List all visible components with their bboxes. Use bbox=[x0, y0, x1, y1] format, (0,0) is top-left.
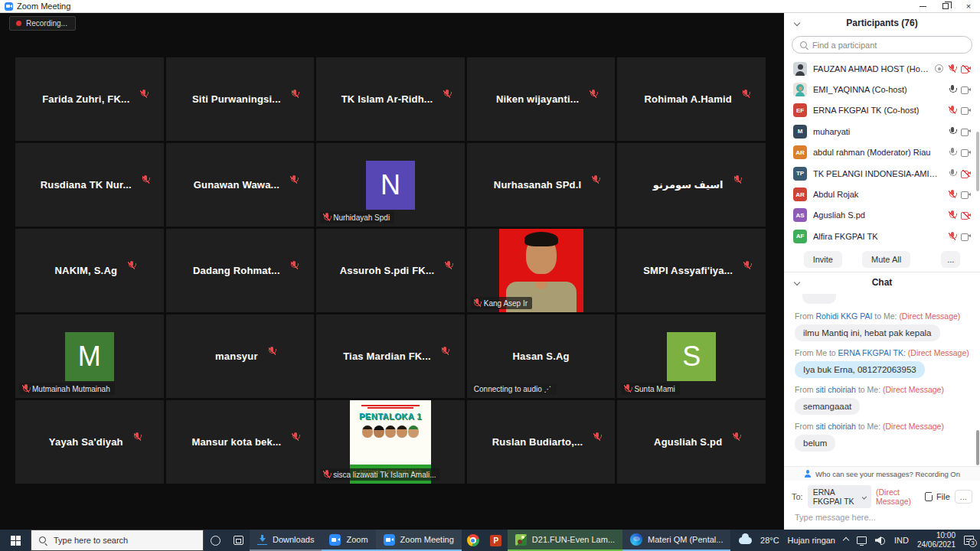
muted-mic-icon bbox=[593, 432, 600, 442]
video-tile[interactable]: SMPI Assyafi'iya... bbox=[617, 229, 766, 312]
video-tile[interactable]: N Nurhidayah Spdi bbox=[316, 143, 465, 227]
avatar-photo bbox=[798, 64, 803, 70]
recipient-dropdown[interactable]: ERNA FKGPAI TK bbox=[808, 485, 871, 508]
participant-name: Niken wijayanti... bbox=[492, 93, 583, 105]
msg-sender-link[interactable]: siti choiriah bbox=[815, 422, 856, 431]
participant-row[interactable]: AF Alfira FKGPAI TK bbox=[784, 226, 980, 246]
muted-mic-icon bbox=[743, 90, 750, 99]
video-tile[interactable]: Gunawan Wawa... bbox=[166, 143, 315, 227]
participant-name: muharyati bbox=[813, 127, 942, 136]
msg-sender-link[interactable]: ERNA FKGPAI TK: bbox=[838, 348, 906, 357]
avatar: AR bbox=[793, 145, 807, 159]
video-tile[interactable]: Rohimah A.Hamid bbox=[617, 57, 766, 141]
video-tile[interactable]: PENTALOKA 1 ARTIKEL, REPORTASE sisca liz… bbox=[316, 400, 465, 484]
input-language[interactable]: IND bbox=[894, 536, 909, 545]
recording-indicator[interactable]: Recording... bbox=[9, 16, 76, 31]
video-tile[interactable]: Agusliah S.pd bbox=[617, 400, 766, 484]
participant-row[interactable]: EF ERNA FKGPAI TK (Co-host) bbox=[784, 100, 980, 121]
camera-icon bbox=[961, 149, 971, 156]
participant-row[interactable]: EMI_YAQINNA (Co-host) bbox=[784, 79, 980, 99]
video-tile[interactable]: NAKIM, S.Ag bbox=[15, 229, 164, 312]
file-button[interactable]: File bbox=[925, 492, 950, 501]
speaker-icon[interactable] bbox=[875, 536, 886, 545]
participants-header: Participants (76) bbox=[784, 13, 980, 33]
chat-messages[interactable]: From Rohidi KKG PAI to Me: (Direct Messa… bbox=[784, 292, 980, 466]
task-view-button[interactable] bbox=[227, 530, 250, 551]
taskbar-search-input[interactable]: Type here to search bbox=[31, 530, 204, 551]
participant-name: Assuroh S.pdi FK... bbox=[335, 265, 439, 276]
participant-name: ERNA FKGPAI TK (Co-host) bbox=[813, 106, 942, 115]
participant-name: Yayah Sa'diyah bbox=[44, 436, 128, 448]
mic-icon bbox=[949, 169, 956, 178]
cortana-button[interactable] bbox=[204, 530, 227, 551]
participant-name: Alfira FKGPAI TK bbox=[813, 232, 942, 241]
chat-input[interactable]: Type message here... bbox=[784, 511, 980, 530]
avatar-initials: AR bbox=[795, 191, 805, 198]
taskbar-app-zoom-meeting[interactable]: Zoom Meeting bbox=[376, 530, 462, 551]
video-tile[interactable]: Yayah Sa'diyah bbox=[15, 400, 164, 484]
video-tile[interactable]: S Sunta Mami bbox=[617, 315, 766, 398]
invite-button[interactable]: Invite bbox=[804, 251, 842, 268]
video-tile[interactable]: Hasan S.Ag Connecting to audio ⋰ bbox=[467, 315, 616, 398]
video-tile[interactable]: mansyur bbox=[166, 315, 315, 398]
participant-row[interactable]: AR Abdul Rojak bbox=[784, 184, 980, 204]
minimize-icon bbox=[920, 6, 926, 7]
video-tile[interactable]: TK Islam Ar-Ridh... bbox=[316, 57, 465, 141]
participant-name: Siti Purwaningsi... bbox=[188, 93, 286, 105]
video-tile[interactable]: Assuroh S.pdi FK... bbox=[316, 229, 465, 312]
taskbar-app-d21[interactable]: D21.FUN-Even Lam... bbox=[508, 530, 622, 551]
chat-scrollbar[interactable] bbox=[976, 430, 979, 465]
video-tile[interactable]: اسيف سومرنو bbox=[617, 143, 766, 227]
name-label-text: Mutmainah Mutmainah bbox=[32, 385, 110, 393]
video-tile[interactable]: Dadang Rohmat... bbox=[166, 229, 315, 312]
participants-more-button[interactable]: ... bbox=[941, 251, 960, 268]
taskbar-app-downloads[interactable]: Downloads bbox=[250, 530, 322, 551]
taskbar-app-chrome[interactable] bbox=[462, 530, 485, 551]
msg-sender-link[interactable]: Rohidi KKG PAI bbox=[815, 311, 872, 321]
minimize-button[interactable] bbox=[911, 0, 934, 12]
participants-scrollbar[interactable] bbox=[976, 132, 979, 191]
chat-message: From Rohidi KKG PAI to Me: (Direct Messa… bbox=[795, 311, 969, 341]
avatar-letter: N bbox=[381, 169, 400, 201]
chat-more-button[interactable]: ... bbox=[955, 490, 972, 504]
mic-muted-icon bbox=[949, 64, 956, 73]
video-tile[interactable]: M Mutmainah Mutmainah bbox=[15, 315, 164, 398]
participant-search-input[interactable]: Find a participant bbox=[792, 36, 972, 54]
video-tile[interactable]: Tias Mardian FK... bbox=[316, 315, 465, 398]
camera-icon bbox=[961, 107, 971, 114]
video-tile[interactable]: Rusdiana TK Nur... bbox=[15, 143, 164, 227]
network-icon[interactable] bbox=[857, 536, 867, 544]
video-tile[interactable]: Nurhasanah SPd.I bbox=[467, 143, 616, 227]
participant-row[interactable]: TP TK PELANGI INDONESIA-AMINAH,S.Pd.I bbox=[784, 163, 980, 184]
participant-row[interactable]: AR abdul rahman (Moderator) Riau bbox=[784, 142, 980, 163]
video-tile[interactable]: Niken wijayanti... bbox=[467, 57, 616, 141]
tray-expand-chevron-icon[interactable] bbox=[843, 537, 849, 543]
msg-dm-tag: (Direct Message) bbox=[883, 422, 944, 431]
connecting-label: Connecting to audio ⋰ bbox=[471, 383, 557, 395]
taskbar-app-zoom[interactable]: Zoom bbox=[322, 530, 375, 551]
participant-row[interactable]: AS Agusliah S.pd bbox=[784, 205, 980, 226]
video-tile[interactable]: Siti Purwaningsi... bbox=[166, 57, 315, 141]
restore-button[interactable] bbox=[934, 0, 957, 12]
action-center-icon[interactable]: 3 bbox=[964, 536, 974, 545]
participant-name: Dadang Rohmat... bbox=[188, 265, 285, 276]
video-tile[interactable]: Kang Asep Ir bbox=[467, 229, 616, 312]
taskbar-clock[interactable]: 10:00 24/06/2021 bbox=[917, 531, 956, 550]
taskbar-app-materi[interactable]: Materi QM (Pental... bbox=[622, 530, 730, 551]
chat-privacy-bar[interactable]: Who can see your messages? Recording On bbox=[784, 466, 980, 481]
chat-message: From siti choiriah to Me: (Direct Messag… bbox=[795, 385, 969, 415]
participant-status-icons bbox=[949, 232, 971, 241]
start-button[interactable] bbox=[0, 530, 31, 551]
close-button[interactable]: × bbox=[957, 0, 980, 12]
powerpoint-icon bbox=[490, 535, 501, 546]
participant-row[interactable]: FAUZAN AHMAD HOST (Host, me) bbox=[784, 58, 980, 79]
participant-name: TK PELANGI INDONESIA-AMINAH,S.Pd.I bbox=[813, 169, 942, 178]
video-tile[interactable]: Ruslan Budiarto,... bbox=[467, 400, 616, 484]
msg-sender-link[interactable]: siti choiriah bbox=[815, 385, 856, 394]
participant-row[interactable]: M muharyati bbox=[784, 121, 980, 142]
mute-all-button[interactable]: Mute All bbox=[862, 251, 910, 268]
video-tile[interactable]: Mansur kota bek... bbox=[166, 400, 315, 484]
taskbar-app-powerpoint[interactable] bbox=[485, 530, 508, 551]
video-tile[interactable]: Farida Zuhri, FK... bbox=[15, 57, 164, 141]
participant-name: EMI_YAQINNA (Co-host) bbox=[813, 85, 942, 94]
